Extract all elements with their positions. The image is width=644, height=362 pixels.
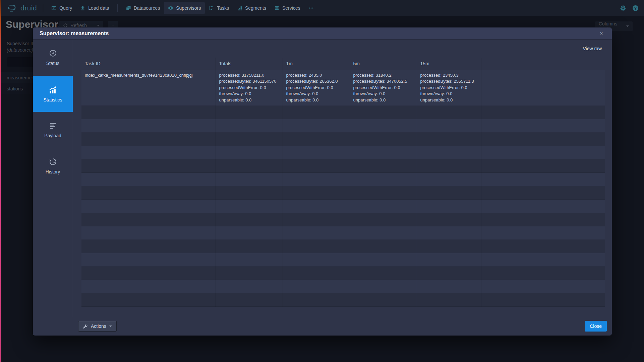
nav-item-label: Services (282, 5, 300, 11)
segments-icon (237, 5, 242, 11)
nav-item-datasources[interactable]: Datasources (122, 2, 164, 14)
supervisor-dialog: Supervisor: measurements × Status (33, 27, 612, 336)
upload-icon (80, 5, 85, 11)
dialog-side-tabs: Status Statistics (33, 40, 73, 317)
nav-item-label: Query (59, 5, 72, 11)
datasources-icon (126, 5, 131, 11)
column-header-5m[interactable]: 5m (350, 58, 417, 70)
nav-item-label: Supervisors (176, 5, 201, 11)
nav-divider (43, 4, 43, 12)
dialog-footer: Actions Close (33, 317, 612, 336)
close-button[interactable]: Close (585, 321, 607, 332)
chart-icon (49, 85, 57, 94)
tab-label: Payload (44, 133, 61, 138)
nav-item-label: Datasources (134, 5, 160, 11)
dialog-title: Supervisor: measurements (40, 30, 109, 37)
tab-label: History (46, 169, 60, 174)
table-row: index_kafka_measurements_d87fe91423ca010… (81, 70, 605, 106)
table-row-empty (81, 267, 605, 280)
more-icon (308, 5, 314, 11)
table-row-empty (81, 119, 605, 133)
actions-button[interactable]: Actions (78, 321, 117, 332)
table-row-empty (81, 240, 605, 253)
dialog-header: Supervisor: measurements × (33, 27, 612, 40)
table-row-empty (81, 133, 605, 146)
gear-icon (620, 5, 626, 11)
settings-button[interactable] (620, 5, 626, 11)
nav-item-label: Load data (88, 5, 109, 11)
nav-item-tasks[interactable]: Tasks (205, 2, 233, 14)
wrench-icon (83, 324, 88, 329)
view-raw-link[interactable]: View raw (583, 46, 602, 51)
table-row-empty (81, 226, 605, 240)
column-header-task-id[interactable]: Task ID (81, 58, 216, 70)
nav-more-button[interactable] (304, 2, 318, 14)
table-row-empty (81, 106, 605, 119)
history-icon (49, 158, 57, 166)
cell-15m: processed: 23450.3processedBytes: 255571… (417, 70, 481, 106)
nav-item-services[interactable]: Services (270, 2, 304, 14)
table-row-empty (81, 280, 605, 293)
cell-empty (481, 70, 605, 106)
nav-item-segments[interactable]: Segments (233, 2, 270, 14)
druid-logo[interactable]: druid (5, 4, 39, 12)
screen-edge-accent (0, 0, 1, 362)
help-icon: ? (632, 5, 639, 11)
nav-divider (117, 4, 118, 12)
table-row-empty (81, 200, 605, 213)
align-left-icon (49, 122, 57, 130)
chevron-down-icon (109, 325, 112, 327)
table-row-empty (81, 173, 605, 186)
column-header-totals[interactable]: Totals (216, 58, 283, 70)
actions-label: Actions (91, 323, 106, 329)
tasks-icon (209, 5, 214, 11)
tab-payload[interactable]: Payload (33, 112, 73, 148)
brand-name: druid (20, 4, 37, 12)
cell-1m: processed: 2435.0processedBytes: 265362.… (283, 70, 350, 106)
cell-totals: processed: 31758211.0processedBytes: 346… (216, 70, 283, 106)
svg-text:?: ? (634, 6, 637, 10)
cell-task-id: index_kafka_measurements_d87fe91423ca010… (81, 70, 216, 106)
table-row-empty (81, 159, 605, 173)
gauge-icon (49, 49, 57, 57)
table-row-empty (81, 293, 605, 307)
dialog-body: Status Statistics (33, 40, 612, 317)
eye-icon (168, 5, 173, 11)
tab-label: Statistics (43, 97, 62, 102)
table-row-empty (81, 213, 605, 226)
nav-item-supervisors[interactable]: Supervisors (164, 2, 205, 14)
cell-5m: processed: 31840.2processedBytes: 347005… (350, 70, 417, 106)
nav-item-query[interactable]: Query (47, 2, 76, 14)
column-header-15m[interactable]: 15m (417, 58, 481, 70)
tab-label: Status (46, 61, 60, 66)
statistics-panel: View raw Task ID Totals 1m 5m 15m (73, 40, 612, 317)
druid-logo-icon (7, 4, 17, 12)
nav-item-load-data[interactable]: Load data (76, 2, 113, 14)
table-row-empty (81, 186, 605, 200)
table-header-row: Task ID Totals 1m 5m 15m (81, 58, 605, 70)
table-row-empty (81, 146, 605, 159)
console-icon (51, 5, 57, 11)
database-icon (274, 5, 280, 11)
close-icon[interactable]: × (598, 29, 605, 38)
navbar-right: ? (620, 5, 639, 11)
column-header-empty (481, 58, 605, 70)
table-row-empty (81, 253, 605, 267)
tab-statistics[interactable]: Statistics (33, 76, 73, 112)
nav-item-label: Segments (245, 5, 266, 11)
tab-history[interactable]: History (33, 148, 73, 184)
help-button[interactable]: ? (632, 5, 639, 11)
tab-status[interactable]: Status (33, 40, 73, 76)
nav-item-label: Tasks (217, 5, 229, 11)
statistics-table: Task ID Totals 1m 5m 15m index_kafka_mea… (81, 58, 605, 307)
top-navbar: druid Query Load data Datasources Super (0, 0, 644, 16)
column-header-1m[interactable]: 1m (283, 58, 350, 70)
